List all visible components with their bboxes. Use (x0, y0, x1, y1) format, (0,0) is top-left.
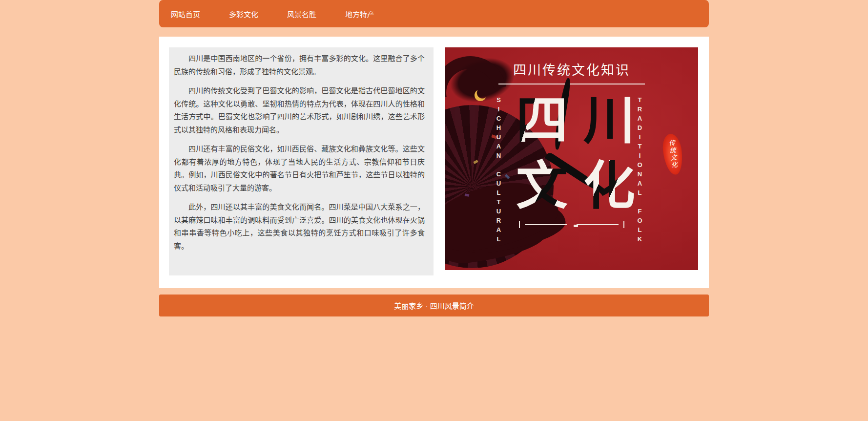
article-paragraph: 四川是中国西南地区的一个省份，拥有丰富多彩的文化。这里融合了多个民族的传统和习俗… (174, 52, 425, 78)
footer-bar: 美丽家乡 · 四川风景简介 (159, 295, 709, 316)
article-panel: 四川是中国西南地区的一个省份，拥有丰富多彩的文化。这里融合了多个民族的传统和习俗… (169, 47, 434, 275)
ornament-tick (519, 221, 520, 228)
page-container: 网站首页 多彩文化 风景名胜 地方特产 四川是中国西南地区的一个省份，拥有丰富多… (159, 0, 709, 316)
big-char-chuan: 川 (576, 92, 643, 148)
nav-item-scenery[interactable]: 风景名胜 (287, 9, 316, 19)
nav-list: 网站首页 多彩文化 风景名胜 地方特产 (171, 9, 403, 19)
article-paragraph: 此外，四川还以其丰富的美食文化而闻名。四川菜是中国八大菜系之一，以其麻辣口味和丰… (174, 201, 425, 253)
big-char-hua: 化 (576, 158, 643, 213)
nav-item-culture[interactable]: 多彩文化 (229, 9, 258, 19)
poster-bigtext-row2: 文化 (445, 158, 698, 213)
ornament-line (525, 224, 567, 225)
big-char-si: 四 (508, 92, 576, 148)
main-nav: 网站首页 多彩文化 风景名胜 地方特产 (159, 0, 709, 27)
footer-text: 美丽家乡 · 四川风景简介 (394, 300, 474, 311)
dot-icon (576, 225, 578, 227)
sichuan-culture-poster-image: 四川传统文化知识 SICHUAN CULTURAL TRADITIONAL FO… (445, 47, 698, 270)
seal-text: 传统文化 (668, 139, 677, 169)
big-char-wen: 文 (508, 158, 576, 213)
nav-item-specialties[interactable]: 地方特产 (345, 9, 374, 19)
article-paragraph: 四川的传统文化受到了巴蜀文化的影响，巴蜀文化是指古代巴蜀地区的文化传统。这种文化… (174, 84, 425, 136)
article-paragraph: 四川还有丰富的民俗文化，如川西民俗、藏族文化和彝族文化等。这些文化都有着浓厚的地… (174, 143, 425, 194)
bottom-ornament (445, 221, 698, 228)
poster-title: 四川传统文化知识 (445, 60, 698, 79)
poster-title-underline (498, 84, 645, 84)
nav-item-home[interactable]: 网站首页 (171, 9, 200, 19)
poster-bigtext-row1: 四川 (445, 92, 698, 148)
ornament-line (577, 224, 619, 225)
content-card: 四川是中国西南地区的一个省份，拥有丰富多彩的文化。这里融合了多个民族的传统和习俗… (159, 37, 709, 288)
ornament-tick (623, 221, 624, 228)
